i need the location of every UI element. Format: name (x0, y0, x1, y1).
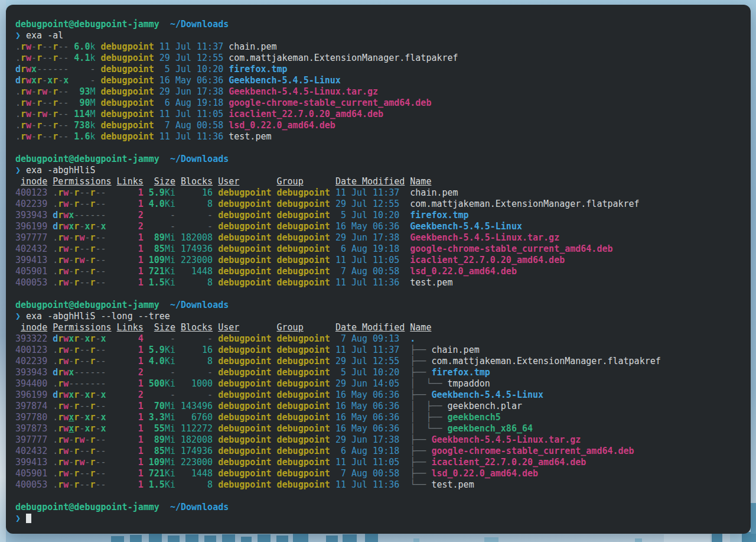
command-line: ❯ exa -abghHliS --long --tree (15, 311, 744, 322)
wallpaper-bar (343, 534, 357, 542)
tree-row: 397777 .rw-rw-r-- 1 89Mi 182008 debugpoi… (15, 434, 744, 446)
command-line: ❯ exa -abghHliS (15, 165, 744, 176)
table-row: 393943 drwx------ 2 - - debugpoint debug… (15, 210, 744, 221)
wallpaper-bar (149, 534, 162, 542)
tree-row: 396199 drwxr-xr-x 2 - - debugpoint debug… (15, 390, 744, 401)
wallpaper-bar (241, 537, 252, 542)
cursor-line: ❯ (15, 513, 744, 524)
wallpaper-bar (326, 535, 338, 542)
wallpaper-bar (635, 538, 642, 542)
output-row: .rw-r--r-- 90M debugpoint 6 Aug 19:18 go… (15, 98, 744, 109)
wallpaper-bar (484, 537, 498, 542)
table-row: 396199 drwxr-xr-x 2 - - debugpoint debug… (15, 221, 744, 232)
wallpaper-bar (168, 535, 180, 542)
table-row: 402432 .rw-r--r-- 1 85Mi 174936 debugpoi… (15, 244, 744, 255)
prompt-line: debugpoint@debugpoint-jammy ~/Downloads (15, 502, 744, 513)
output-row: .rw-r--r-- 1.6k debugpoint 11 Jul 11:36 … (15, 131, 744, 142)
prompt-line: debugpoint@debugpoint-jammy ~/Downloads (15, 154, 744, 165)
output-row: .rw-rw-r-- 114M debugpoint 11 Jul 11:05 … (15, 109, 744, 120)
command-line: ❯ exa -al (15, 30, 744, 41)
wallpaper-right-edge (751, 503, 756, 534)
table-row: 400053 .rw-r--r-- 1 1.5Ki 8 debugpoint d… (15, 277, 744, 288)
tree-row: 400053 .rw-r--r-- 1 1.5Ki 8 debugpoint d… (15, 479, 744, 491)
blank-line (15, 142, 744, 154)
tree-row: 393322 drwxr-xr-x 4 - - debugpoint debug… (15, 333, 744, 345)
tree-row: 397873 .rwxr-xr-x 1 55Mi 112272 debugpoi… (15, 423, 744, 434)
output-row: .rw-rw-r-- 93M debugpoint 29 Jun 17:38 G… (15, 86, 744, 98)
blank-line (15, 491, 744, 502)
wallpaper-panel (664, 534, 710, 542)
output-row: .rw-r--r-- 4.1k debugpoint 29 Jul 12:55 … (15, 53, 744, 64)
tree-row: 394400 .rw------- 1 500Ki 1000 debugpoin… (15, 378, 744, 390)
prompt-line: debugpoint@debugpoint-jammy ~/Downloads (15, 19, 744, 30)
output-row: drwxr-xr-x - debugpoint 16 May 06:36 Gee… (15, 75, 744, 86)
output-row: .rw-r--r-- 6.0k debugpoint 11 Jul 11:37 … (15, 41, 744, 53)
wallpaper-bar (258, 534, 271, 542)
wallpaper-bar (130, 535, 142, 542)
table-header: inode Permissions Links Size Blocks User… (15, 322, 744, 333)
table-row: 397777 .rw-rw-r-- 1 89Mi 182008 debugpoi… (15, 232, 744, 244)
tree-row: 393943 drwx------ 2 - - debugpoint debug… (15, 367, 744, 378)
table-header: inode Permissions Links Size Blocks User… (15, 176, 744, 187)
wallpaper-left-edge (0, 0, 6, 542)
tree-row: 399413 .rw-rw-r-- 1 109Mi 223000 debugpo… (15, 457, 744, 468)
prompt-line: debugpoint@debugpoint-jammy ~/Downloads (15, 300, 744, 311)
tree-row: 400123 .rw-r--r-- 1 5.9Ki 16 debugpoint … (15, 345, 744, 356)
wallpaper-bar (204, 535, 216, 542)
wallpaper-bar (413, 538, 419, 542)
wallpaper-bar (712, 533, 722, 542)
tree-row: 402432 .rw-r--r-- 1 85Mi 174936 debugpoi… (15, 446, 744, 457)
terminal-window[interactable]: debugpoint@debugpoint-jammy ~/Downloads❯… (6, 5, 751, 534)
wallpaper-bar (293, 533, 308, 542)
output-row: .rw-r--r-- 738k debugpoint 7 Aug 00:58 l… (15, 120, 744, 131)
wallpaper-bar (111, 536, 124, 542)
output-row: drwx------ - debugpoint 5 Jul 10:20 fire… (15, 64, 744, 75)
wallpaper-bar (276, 535, 288, 542)
wallpaper-bar (222, 534, 235, 542)
table-row: 399413 .rw-rw-r-- 1 109Mi 223000 debugpo… (15, 255, 744, 266)
table-row: 405901 .rw-r--r-- 1 721Ki 1448 debugpoin… (15, 266, 744, 277)
tree-row: 402239 .rw-r--r-- 1 4.0Ki 8 debugpoint d… (15, 356, 744, 367)
terminal-content: debugpoint@debugpoint-jammy ~/Downloads❯… (6, 5, 751, 524)
tree-row: 397874 .rw-r--r-- 1 70Mi 143496 debugpoi… (15, 401, 744, 412)
wallpaper-bar (185, 534, 198, 542)
table-row: 400123 .rw-r--r-- 1 5.9Ki 16 debugpoint … (15, 187, 744, 199)
table-row: 402239 .rw-r--r-- 1 4.0Ki 8 debugpoint d… (15, 199, 744, 210)
tree-row: 405901 .rw-r--r-- 1 721Ki 1448 debugpoin… (15, 468, 744, 479)
text-cursor (26, 514, 31, 523)
blank-line (15, 288, 744, 300)
tree-row: 397780 .rwxr-xr-x 1 3.3Mi 6760 debugpoin… (15, 412, 744, 423)
